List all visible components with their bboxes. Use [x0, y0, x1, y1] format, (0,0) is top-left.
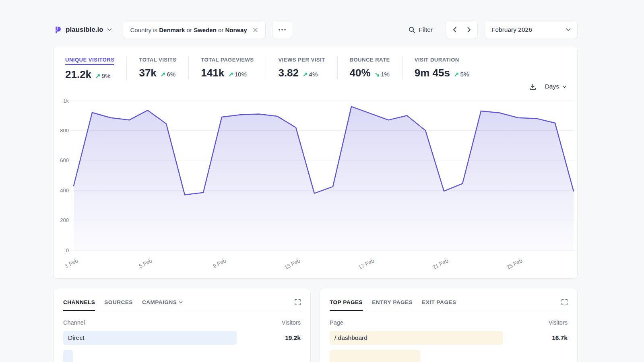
- stat-value: 21.2k: [65, 68, 91, 81]
- column-header-key: Page: [330, 319, 343, 326]
- filter-button[interactable]: Filter: [409, 26, 433, 33]
- date-range-label: February 2026: [491, 26, 566, 33]
- stat-delta: ↗6%: [161, 71, 175, 78]
- chevron-down-icon: [107, 28, 112, 31]
- x-axis-label: 13 Feb: [283, 257, 301, 270]
- channels-column-headers: Channel Visitors: [63, 319, 301, 326]
- trend-up-icon: ↗: [228, 71, 233, 78]
- y-axis-label: 600: [60, 157, 69, 163]
- expand-panel-button[interactable]: [561, 299, 568, 307]
- stat-value: 37k: [139, 67, 156, 79]
- stat-label: UNIQUE VISITORS: [65, 57, 114, 65]
- stat-label: TOTAL PAGEVIEWS: [201, 57, 254, 63]
- trend-up-icon: ↗: [95, 72, 101, 80]
- stat-delta: ↘1%: [375, 71, 390, 78]
- chevron-left-icon: [453, 27, 456, 33]
- stat-views-per-visit[interactable]: VIEWS PER VISIT 3.82 ↗4%: [278, 56, 337, 79]
- chevron-down-icon: [562, 85, 567, 88]
- topbar-right-controls: Filter February 2026: [409, 21, 577, 39]
- download-icon: [529, 83, 536, 90]
- x-axis-label: 1 Feb: [64, 257, 79, 269]
- table-row[interactable]: /:dashboard 16.7k: [330, 331, 568, 345]
- close-icon: [253, 27, 258, 33]
- visitors-area-chart[interactable]: 02004006008001k1 Feb5 Feb9 Feb13 Feb17 F…: [58, 95, 578, 272]
- top-bar: plausible.io Country is Denmark or Swede…: [54, 21, 577, 39]
- channels-panel: CHANNELS SOURCES CAMPAIGNS Channel Visit…: [54, 288, 310, 362]
- filter-pill-country[interactable]: Country is Denmark or Sweden or Norway: [123, 21, 265, 39]
- x-axis-label: 5 Feb: [138, 257, 153, 269]
- chevron-down-icon: [179, 301, 183, 304]
- y-axis-label: 800: [60, 128, 69, 134]
- interval-dropdown[interactable]: Days: [545, 83, 567, 90]
- row-bar: [63, 331, 237, 345]
- y-axis-label: 0: [66, 247, 69, 253]
- chevron-right-icon: [467, 27, 471, 33]
- stat-label: VISIT DURATION: [415, 57, 459, 63]
- expand-panel-button[interactable]: [295, 299, 301, 307]
- x-axis-label: 25 Feb: [506, 257, 523, 270]
- stat-bounce-rate[interactable]: BOUNCE RATE 40% ↘1%: [350, 56, 402, 79]
- tab-exit-pages[interactable]: EXIT PAGES: [422, 299, 456, 311]
- trend-up-icon: ↗: [303, 71, 308, 78]
- column-header-value: Visitors: [549, 319, 568, 326]
- y-axis-label: 200: [60, 217, 69, 223]
- table-row-partial[interactable]: [63, 350, 301, 362]
- search-icon: [409, 27, 415, 33]
- stat-visit-duration[interactable]: VISIT DURATION 9m 45s ↗5%: [415, 56, 481, 79]
- x-axis-label: 9 Feb: [212, 257, 227, 269]
- filter-pill-text: Country is Denmark or Sweden or Norway: [130, 27, 247, 33]
- date-range-picker[interactable]: February 2026: [485, 21, 577, 39]
- x-axis-label: 21 Feb: [431, 257, 449, 270]
- trend-down-icon: ↘: [375, 71, 380, 78]
- tab-channels[interactable]: CHANNELS: [63, 299, 95, 311]
- tab-sources[interactable]: SOURCES: [104, 299, 133, 311]
- fullscreen-icon: [295, 299, 301, 305]
- stat-total-visits[interactable]: TOTAL VISITS 37k ↗6%: [139, 56, 189, 79]
- pages-panel: TOP PAGES ENTRY PAGES EXIT PAGES Page Vi…: [320, 288, 577, 362]
- plausible-logo-icon: [54, 26, 62, 34]
- tab-top-pages[interactable]: TOP PAGES: [330, 299, 363, 311]
- x-axis-label: 17 Feb: [357, 257, 375, 270]
- stat-delta: ↗4%: [303, 71, 318, 78]
- stat-label: BOUNCE RATE: [350, 57, 390, 63]
- stat-value: 3.82: [278, 67, 299, 79]
- ellipsis-icon: [279, 29, 286, 31]
- previous-period-button[interactable]: [448, 22, 460, 38]
- row-bar: [63, 350, 73, 362]
- trend-up-icon: ↗: [161, 71, 166, 78]
- stat-delta: ↗5%: [454, 71, 469, 78]
- row-label[interactable]: /:dashboard: [334, 331, 367, 345]
- stat-label: VIEWS PER VISIT: [278, 57, 325, 63]
- stat-total-pageviews[interactable]: TOTAL PAGEVIEWS 141k ↗10%: [201, 56, 266, 79]
- row-bar: [330, 350, 420, 362]
- chart-controls: Days: [529, 83, 567, 90]
- stat-value: 141k: [201, 67, 224, 79]
- row-value: 19.2k: [285, 331, 301, 345]
- stat-value: 9m 45s: [415, 67, 450, 79]
- y-axis-label: 400: [60, 187, 69, 193]
- site-picker[interactable]: plausible.io: [54, 26, 112, 34]
- remove-filter-button[interactable]: [253, 27, 258, 33]
- column-header-value: Visitors: [282, 319, 301, 326]
- next-period-button[interactable]: [463, 22, 475, 38]
- stat-value: 40%: [350, 67, 371, 79]
- row-value: 16.7k: [552, 331, 568, 345]
- analytics-dashboard: { "topbar": { "site_name": "plausible.io…: [0, 0, 644, 362]
- table-row[interactable]: Direct 19.2k: [63, 331, 301, 345]
- period-nav: [446, 21, 477, 39]
- pages-column-headers: Page Visitors: [330, 319, 568, 326]
- filter-button-label: Filter: [419, 26, 433, 33]
- trend-up-icon: ↗: [454, 71, 459, 78]
- visitors-panel: UNIQUE VISITORS 21.2k ↗9% TOTAL VISITS 3…: [54, 46, 577, 278]
- channels-tabs: CHANNELS SOURCES CAMPAIGNS: [63, 288, 301, 311]
- column-header-key: Channel: [63, 319, 85, 326]
- tab-campaigns[interactable]: CAMPAIGNS: [142, 299, 183, 311]
- site-name: plausible.io: [66, 26, 103, 34]
- table-row-partial[interactable]: [330, 350, 568, 362]
- more-filters-button[interactable]: [272, 21, 292, 39]
- download-export-button[interactable]: [529, 83, 536, 90]
- row-label[interactable]: Direct: [68, 331, 84, 345]
- stat-unique-visitors[interactable]: UNIQUE VISITORS 21.2k ↗9%: [65, 56, 127, 81]
- tab-entry-pages[interactable]: ENTRY PAGES: [372, 299, 413, 311]
- chart-area-fill: [74, 107, 574, 250]
